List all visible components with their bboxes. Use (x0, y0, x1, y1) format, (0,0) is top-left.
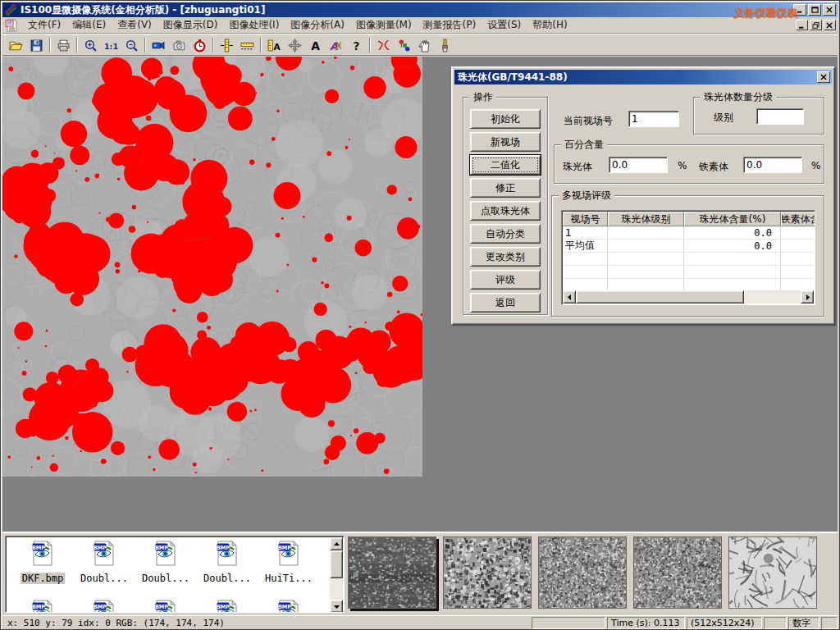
calibration-curve-icon[interactable] (373, 36, 394, 54)
svg-text:BMP: BMP (155, 545, 168, 551)
video-camera-icon[interactable] (148, 36, 169, 54)
file-item[interactable]: BMPHuiTi... (258, 540, 319, 585)
percent-group-label: 百分含量 (561, 139, 607, 151)
move-icon[interactable] (285, 36, 305, 54)
file-item[interactable]: BMPDoubl... (197, 540, 258, 585)
current-field-input[interactable] (628, 111, 679, 127)
zoom-in-icon[interactable] (80, 36, 101, 54)
text-style-icon[interactable]: A (326, 36, 346, 54)
ferrite-percent-input[interactable] (743, 157, 802, 173)
operations-group: 操作 初始化新视场二值化修正点取珠光体自动分类更改类别评级返回 (463, 97, 548, 315)
menu-item[interactable]: 设置(S) (482, 16, 527, 34)
toolbar: 1:1AAA? (2, 34, 838, 56)
actual-size-icon[interactable]: 1:1 (101, 36, 121, 54)
file-item-partial[interactable]: BMP (74, 599, 135, 613)
count-markers-icon[interactable] (394, 36, 414, 54)
thumbnail-image[interactable] (348, 536, 436, 609)
op-button[interactable]: 点取珠光体 (470, 201, 541, 221)
op-button[interactable]: 更改类别 (470, 247, 541, 267)
table-row[interactable]: 10.0 (563, 226, 815, 240)
save-icon[interactable] (26, 36, 47, 54)
scrollbar-thumb[interactable] (576, 290, 744, 304)
op-button[interactable]: 返回 (470, 293, 541, 313)
grade-label: 级别 (714, 111, 733, 125)
file-item[interactable]: BMPDoubl... (135, 540, 196, 585)
menu-item[interactable]: 图像分析(A) (285, 16, 350, 34)
menu-item[interactable]: 图像测量(M) (350, 16, 418, 34)
brush-icon[interactable] (435, 36, 455, 54)
table-column-header[interactable]: 铁素体含量(%) (781, 212, 815, 226)
child-close-button[interactable] (824, 20, 836, 30)
rating-group: 多视场评级 视场号珠光体级别珠光体含量(%)铁素体含量(%)10.0平均值0.0 (551, 195, 824, 317)
scroll-up-icon[interactable] (330, 537, 343, 550)
menu-item[interactable]: 图像显示(D) (158, 16, 224, 34)
ruler-icon[interactable] (237, 36, 258, 54)
table-row[interactable] (563, 253, 815, 266)
caliper-icon[interactable] (217, 36, 237, 54)
hand-icon[interactable] (414, 36, 435, 54)
table-hscrollbar[interactable] (563, 290, 814, 304)
scroll-down-icon[interactable] (330, 600, 343, 613)
menu-item[interactable]: 查看(V) (112, 16, 158, 34)
rating-group-label: 多视场评级 (559, 189, 614, 202)
menu-item[interactable]: 编辑(E) (66, 16, 112, 34)
scroll-left-icon[interactable] (563, 290, 576, 304)
table-column-header[interactable]: 珠光体级别 (608, 212, 684, 226)
op-button[interactable]: 自动分类 (470, 224, 541, 244)
menu-item[interactable]: 测量报告(P) (418, 16, 482, 34)
menu-item[interactable]: 图像处理(I) (223, 16, 285, 34)
file-browser[interactable]: BMPDKF.bmpBMPDoubl...BMPDoubl...BMPDoubl… (5, 536, 345, 613)
table-cell: 平均值 (563, 240, 608, 253)
child-restore-button[interactable] (810, 20, 822, 30)
file-item-partial[interactable]: BMP (258, 599, 319, 613)
file-item-partial[interactable]: BMP (12, 599, 73, 613)
thumbnail-image[interactable] (443, 536, 532, 609)
op-button[interactable]: 评级 (470, 270, 541, 290)
status-bar: x: 510 y: 79 idx: 0 RGB: (174, 174, 174)… (2, 615, 838, 629)
camera-icon[interactable] (169, 36, 189, 54)
thumbnail-image[interactable] (538, 536, 627, 609)
child-minimize-button[interactable] (796, 20, 808, 30)
metallograph-image[interactable] (2, 57, 422, 477)
file-item-partial[interactable]: BMP (135, 599, 196, 613)
rating-table[interactable]: 视场号珠光体级别珠光体含量(%)铁素体含量(%)10.0平均值0.0 (561, 210, 815, 305)
file-item[interactable]: BMPDKF.bmp (12, 540, 73, 585)
pearlite-percent-input[interactable] (609, 157, 668, 173)
print-icon[interactable] (53, 36, 74, 54)
close-button[interactable] (823, 4, 836, 16)
help-icon[interactable]: ? (346, 36, 367, 54)
toolbar-separator (49, 38, 51, 52)
minimize-button[interactable] (793, 4, 806, 16)
open-icon[interactable] (6, 36, 26, 54)
file-vscrollbar[interactable] (330, 537, 343, 613)
scrollbar-thumb[interactable] (330, 550, 343, 578)
table-row[interactable]: 平均值0.0 (563, 240, 815, 253)
scroll-right-icon[interactable] (801, 290, 814, 304)
thumbnail-image[interactable] (633, 536, 722, 609)
timer-icon[interactable] (189, 36, 210, 54)
op-button[interactable]: 初始化 (470, 109, 541, 129)
op-button[interactable]: 二值化 (470, 155, 541, 175)
grade-input[interactable] (756, 108, 804, 125)
text-icon[interactable]: A (305, 36, 326, 54)
thumbnail-image[interactable] (728, 536, 817, 609)
menu-item[interactable]: 帮助(H) (527, 16, 573, 34)
bmp-file-icon: BMP (93, 554, 116, 569)
table-column-header[interactable]: 视场号 (563, 212, 608, 226)
op-button[interactable]: 修正 (470, 178, 541, 198)
table-row[interactable] (563, 266, 815, 279)
pearlite-label: 珠光体 (563, 160, 592, 174)
table-column-header[interactable]: 珠光体含量(%) (684, 212, 781, 226)
cursor-readout: x: 510 y: 79 idx: 0 RGB: (174, 174, 174) (4, 617, 530, 629)
ruler-label-icon[interactable]: A (264, 36, 285, 54)
table-cell (684, 266, 781, 279)
title-bar: IS100显微摄像系统(金相分析版) - [zhuguangti01] (2, 2, 838, 17)
zoom-out-icon[interactable] (121, 36, 142, 54)
maximize-button[interactable] (808, 4, 821, 16)
file-item[interactable]: BMPDoubl... (74, 540, 135, 585)
file-item-partial[interactable]: BMP (197, 599, 258, 613)
dialog-close-button[interactable] (817, 71, 830, 83)
menu-item[interactable]: 文件(F) (22, 16, 66, 34)
op-button[interactable]: 新视场 (470, 132, 541, 152)
document-icon[interactable] (4, 19, 19, 32)
